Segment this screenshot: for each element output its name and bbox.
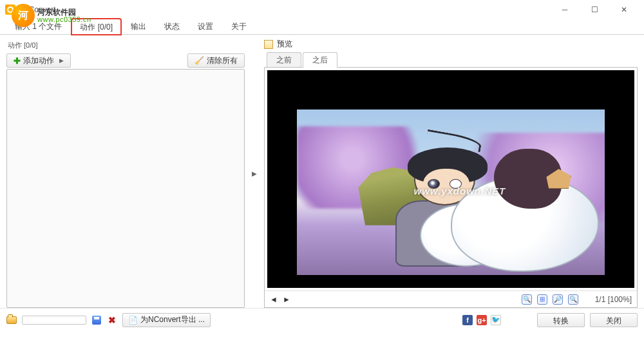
broom-icon: 🧹: [194, 56, 204, 65]
preview-frame: www.yxdown.NET ◄ ► 🔍 ⊞ 🔎 🔍 1/1 [100%]: [264, 67, 638, 308]
window-controls: ─ ☐ ✕: [550, 0, 639, 19]
actions-pane: 动作 [0/0] ✚ 添加动作 ▶ 🧹 清除所有: [6, 39, 245, 308]
titlebar: XnConvert ─ ☐ ✕: [0, 0, 644, 19]
page-info: 1/1 [100%]: [595, 295, 632, 304]
preview-image[interactable]: www.yxdown.NET: [267, 70, 634, 288]
clear-all-button[interactable]: 🧹 清除所有: [187, 53, 245, 68]
app-icon: [5, 5, 15, 15]
convert-button[interactable]: 转换: [537, 313, 585, 327]
actions-toolbar: ✚ 添加动作 ▶ 🧹 清除所有: [6, 53, 245, 68]
tab-before[interactable]: 之前: [267, 52, 301, 68]
tab-after[interactable]: 之后: [303, 52, 337, 68]
plus-icon: ✚: [14, 56, 21, 66]
zoom-actual-button[interactable]: 🔎: [553, 294, 563, 305]
close-button[interactable]: ✕: [609, 0, 639, 19]
minimize-button[interactable]: ─: [550, 0, 580, 19]
chevron-down-icon: ▶: [59, 57, 64, 64]
open-folder-button[interactable]: [6, 315, 17, 325]
next-image-button[interactable]: ►: [283, 295, 290, 304]
actions-header: 动作 [0/0]: [6, 39, 245, 52]
social-links: f g+ 🐦: [462, 315, 501, 325]
add-action-button[interactable]: ✚ 添加动作 ▶: [6, 53, 71, 68]
preview-header: 预览: [264, 39, 638, 50]
tab-settings[interactable]: 设置: [189, 18, 222, 34]
image-watermark: www.yxdown.NET: [414, 185, 506, 196]
tab-input[interactable]: 输入 1 个文件: [6, 18, 70, 34]
tab-status[interactable]: 状态: [156, 18, 188, 34]
picture-icon: [264, 40, 273, 49]
tab-about[interactable]: 关于: [223, 18, 255, 34]
window-title: XnConvert: [19, 5, 550, 14]
googleplus-icon[interactable]: g+: [477, 315, 487, 325]
facebook-icon[interactable]: f: [462, 315, 473, 325]
fit-window-button[interactable]: ⊞: [537, 294, 547, 305]
progress-bar: [22, 316, 86, 325]
preview-pane: 预览 之前 之后: [264, 39, 638, 308]
preview-tabs: 之前 之后: [264, 52, 638, 68]
export-label: 为NConvert导出 ...: [140, 314, 205, 325]
save-script-button[interactable]: [91, 315, 102, 325]
main-tabs: 输入 1 个文件 动作 [0/0] 输出 状态 设置 关于: [0, 19, 644, 35]
twitter-icon[interactable]: 🐦: [491, 315, 501, 325]
clear-all-label: 清除所有: [207, 55, 238, 66]
preview-toolbar: ◄ ► 🔍 ⊞ 🔎 🔍 1/1 [100%]: [265, 290, 637, 307]
maximize-button[interactable]: ☐: [580, 0, 609, 19]
export-nconvert-button[interactable]: 📄 为NConvert导出 ...: [122, 313, 211, 327]
collapse-handle[interactable]: ▶: [250, 39, 259, 308]
add-action-label: 添加动作: [23, 55, 54, 66]
prev-image-button[interactable]: ◄: [270, 295, 278, 304]
tab-actions[interactable]: 动作 [0/0]: [71, 19, 121, 35]
zoom-in-button[interactable]: 🔍: [522, 294, 532, 305]
close-app-button[interactable]: 关闭: [590, 313, 638, 327]
main-content: 动作 [0/0] ✚ 添加动作 ▶ 🧹 清除所有 ▶ 预览 之前 之后: [0, 35, 644, 308]
tab-output[interactable]: 输出: [122, 18, 155, 34]
delete-script-button[interactable]: ✖: [107, 315, 117, 325]
actions-list[interactable]: [6, 69, 245, 308]
statusbar: ✖ 📄 为NConvert导出 ... f g+ 🐦 转换 关闭: [0, 308, 644, 331]
script-icon: 📄: [128, 316, 138, 325]
zoom-out-button[interactable]: 🔍: [568, 294, 578, 305]
preview-title: 预览: [277, 39, 292, 50]
